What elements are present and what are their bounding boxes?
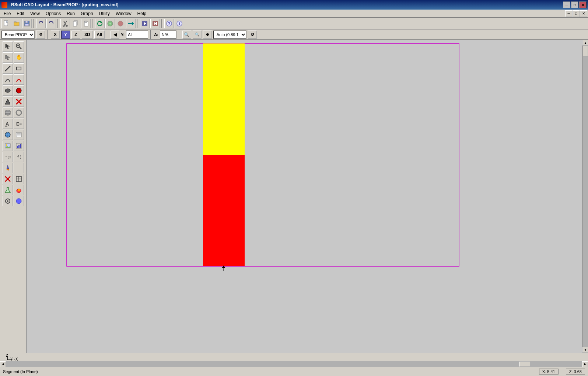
- rect-tool[interactable]: [14, 63, 24, 74]
- arc2-tool[interactable]: [14, 74, 24, 85]
- text2-tool[interactable]: E≡: [14, 119, 24, 129]
- nav-prev-button[interactable]: ◀: [111, 31, 119, 39]
- svg-rect-37: [17, 67, 21, 70]
- copy-button[interactable]: [71, 19, 80, 28]
- title-bar-controls[interactable]: ─ □ ✕: [563, 1, 587, 8]
- zoom-magnify-tool[interactable]: [14, 41, 24, 52]
- diag-line-tool[interactable]: [3, 63, 13, 74]
- axis-3d-button[interactable]: 3D: [82, 31, 93, 39]
- zoom-select[interactable]: Auto (0.89:1) Fit 1:1 2:1: [213, 31, 246, 39]
- refresh-view-button[interactable]: ↺: [248, 31, 257, 39]
- oval-tool[interactable]: [3, 85, 13, 96]
- svg-point-45: [5, 113, 10, 115]
- mode-select[interactable]: BeamPROP: [1, 31, 35, 39]
- scroll-down-button[interactable]: ▼: [582, 347, 588, 353]
- maximize-button[interactable]: □: [571, 1, 578, 8]
- help2-button[interactable]: i: [175, 19, 184, 28]
- inner-maximize-button[interactable]: □: [573, 10, 580, 17]
- inner-close-button[interactable]: ✕: [580, 10, 587, 17]
- select-arrow-tool[interactable]: [3, 41, 13, 52]
- circle-tool[interactable]: [14, 85, 24, 96]
- horizontal-scrollbar[interactable]: ◀ ▶: [0, 361, 588, 367]
- inner-minimize-button[interactable]: ─: [565, 10, 573, 17]
- ring2-tool[interactable]: [3, 196, 13, 206]
- title-bar: RSoft CAD Layout - BeamPROP - [grating_n…: [0, 0, 588, 10]
- axis-y-button[interactable]: Y: [61, 31, 70, 39]
- h-scroll-thumb[interactable]: [519, 362, 530, 367]
- axis-indicator: Z Y X: [3, 353, 21, 361]
- main-area: ✋: [0, 40, 588, 353]
- pan-tool[interactable]: ✋: [14, 52, 24, 63]
- zoom-out-button[interactable]: 🔍: [193, 31, 202, 39]
- bars-tool[interactable]: [14, 141, 24, 151]
- cylinder-tool[interactable]: [3, 108, 13, 118]
- status-bar: Segment (In Plane) X: 5.41 Z: 3.68: [0, 367, 588, 376]
- paste-button[interactable]: [81, 19, 91, 28]
- vertical-scrollbar[interactable]: ▲ ▼: [582, 40, 588, 353]
- menu-run[interactable]: Run: [64, 10, 78, 18]
- menu-view[interactable]: View: [27, 10, 43, 18]
- main-drawing-svg[interactable]: [27, 40, 582, 353]
- dot-blue-tool[interactable]: [14, 196, 24, 206]
- redo-button[interactable]: [46, 19, 56, 28]
- arc1-tool[interactable]: [3, 74, 13, 85]
- canvas-area[interactable]: [27, 40, 582, 353]
- scroll-thumb[interactable]: [583, 46, 588, 57]
- mode-config-button[interactable]: ⚙: [36, 31, 45, 39]
- grid-remove-button[interactable]: -: [116, 19, 125, 28]
- minimize-button[interactable]: ─: [563, 1, 570, 8]
- menu-graph[interactable]: Graph: [78, 10, 96, 18]
- flask-tool[interactable]: [3, 185, 13, 195]
- x-shape-tool[interactable]: [14, 96, 24, 107]
- undo-button[interactable]: [36, 19, 46, 28]
- ring-tool[interactable]: [14, 108, 24, 118]
- grid-add-button[interactable]: +: [105, 19, 115, 28]
- close-button[interactable]: ✕: [579, 1, 587, 8]
- blank-tool[interactable]: [14, 163, 24, 173]
- tool-row-8: A E≡: [3, 119, 24, 129]
- coord-z-value: 3.68: [574, 369, 582, 374]
- image-view-tool[interactable]: [3, 141, 13, 151]
- menu-utility[interactable]: Utility: [96, 10, 113, 18]
- y-value-input[interactable]: [126, 31, 148, 39]
- triangle-tool[interactable]: [3, 96, 13, 107]
- sq-cross-tool[interactable]: [14, 174, 24, 184]
- svg-text:-: -: [120, 22, 121, 26]
- menu-file[interactable]: File: [1, 10, 14, 18]
- simulate-button[interactable]: [140, 19, 150, 28]
- zoom-fit-button[interactable]: ⊕: [203, 31, 212, 39]
- svg-marker-29: [6, 44, 10, 49]
- axis-all-button[interactable]: All: [94, 31, 105, 39]
- menu-edit[interactable]: Edit: [14, 10, 27, 18]
- scroll-track[interactable]: [582, 46, 588, 347]
- help-button[interactable]: ?: [164, 19, 174, 28]
- delta-input[interactable]: [160, 31, 176, 39]
- new-button[interactable]: [1, 19, 11, 28]
- text1-tool[interactable]: A: [3, 119, 13, 129]
- open-button[interactable]: [12, 19, 21, 28]
- xmark-tool[interactable]: [3, 174, 13, 184]
- refresh-button[interactable]: [95, 19, 105, 28]
- h-scroll-track[interactable]: [6, 361, 582, 367]
- save-button[interactable]: [22, 19, 32, 28]
- axis-x-button[interactable]: X: [51, 31, 60, 39]
- fire-tool[interactable]: [14, 185, 24, 195]
- arrow-button[interactable]: [126, 19, 136, 28]
- func2-tool[interactable]: f(z): [14, 152, 24, 162]
- scroll-up-button[interactable]: ▲: [582, 40, 588, 46]
- simulate2-button[interactable]: [150, 19, 160, 28]
- axis-z-button[interactable]: Z: [71, 31, 80, 39]
- menu-help[interactable]: Help: [134, 10, 150, 18]
- menu-window[interactable]: Window: [113, 10, 134, 18]
- list-view-tool[interactable]: [14, 130, 24, 140]
- pointer-tool[interactable]: [3, 52, 13, 63]
- rocket-tool[interactable]: [3, 163, 13, 173]
- func1-tool[interactable]: f(x,z): [3, 152, 13, 162]
- cut-button[interactable]: [60, 19, 70, 28]
- zoom-in-button[interactable]: 🔍: [182, 31, 191, 39]
- menu-options[interactable]: Options: [43, 10, 64, 18]
- svg-point-38: [5, 89, 10, 92]
- scroll-left-button[interactable]: ◀: [0, 361, 6, 367]
- scroll-right-button[interactable]: ▶: [582, 361, 588, 367]
- world-tool[interactable]: [3, 130, 13, 140]
